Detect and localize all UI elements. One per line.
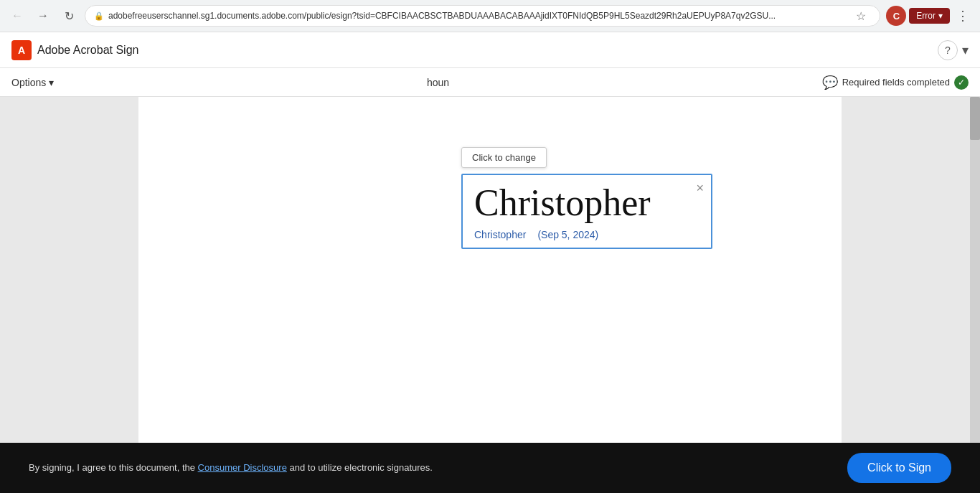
app-header: A Adobe Acrobat Sign ? ▾ [0,32,980,68]
error-label: Error [916,11,936,21]
click-to-sign-button[interactable]: Click to Sign [847,453,951,483]
footer-agreement-text: By signing, I agree to this document, th… [29,461,847,475]
lock-icon: 🔒 [94,11,104,21]
document-name: houn [54,77,821,88]
bookmark-button[interactable]: ☆ [851,6,871,26]
signer-name: Christopher [474,229,526,240]
options-label: Options [11,77,46,88]
required-status-text: Required fields completed [842,77,950,88]
signature-box[interactable]: Christopher Christopher (Sep 5, 2024) × [461,174,712,249]
agreement-prefix: By signing, I agree to this document, th… [29,462,195,473]
consumer-disclosure-link[interactable]: Consumer Disclosure [198,462,287,473]
remove-signature-button[interactable]: × [696,181,704,196]
footer: By signing, I agree to this document, th… [0,443,980,493]
acrobat-logo-icon: A [11,40,32,60]
scrollbar-thumb[interactable] [970,97,980,140]
toolbar-right: 💬 Required fields completed ✓ [822,75,969,90]
header-dropdown-button[interactable]: ▾ [962,42,969,58]
required-fields-status: 💬 Required fields completed ✓ [822,75,969,90]
right-margin [851,97,980,443]
options-button[interactable]: Options ▾ [11,77,54,88]
agreement-suffix: and to utilize electronic signatures. [289,462,432,473]
help-button[interactable]: ? [938,40,958,60]
left-margin [0,97,129,443]
scrollbar[interactable] [970,97,980,443]
browser-chrome: ← → ↻ 🔒 adobefreeuserschannel.sg1.docume… [0,0,980,32]
toolbar: Options ▾ houn 💬 Required fields complet… [0,68,980,97]
app-title: Adobe Acrobat Sign [37,44,138,57]
header-right: ? ▾ [938,40,969,60]
signature-info: Christopher (Sep 5, 2024) [463,226,711,248]
address-bar[interactable]: 🔒 adobefreeuserschannel.sg1.documents.ad… [85,5,880,27]
click-to-change-button[interactable]: Click to change [461,147,547,168]
document-container: Click to change Christopher Christopher … [138,97,842,443]
app-logo: A Adobe Acrobat Sign [11,40,138,60]
check-circle-icon: ✓ [954,75,969,90]
profile-avatar[interactable]: C [886,6,906,26]
signature-script: Christopher [463,175,711,226]
url-text: adobefreeuserschannel.sg1.documents.adob… [108,11,847,21]
browser-menu-button[interactable]: ⋮ [953,6,973,26]
options-chevron: ▾ [49,77,54,88]
back-button[interactable]: ← [7,6,27,26]
chat-icon: 💬 [822,75,838,90]
main-content: Click to change Christopher Christopher … [0,97,980,443]
error-chevron: ▾ [938,11,943,21]
signature-area: Click to change Christopher Christopher … [461,147,712,249]
refresh-button[interactable]: ↻ [59,6,79,26]
browser-actions: C Error ▾ ⋮ [886,6,973,26]
forward-button[interactable]: → [33,6,53,26]
signer-date: (Sep 5, 2024) [537,229,598,240]
error-button[interactable]: Error ▾ [909,8,950,24]
